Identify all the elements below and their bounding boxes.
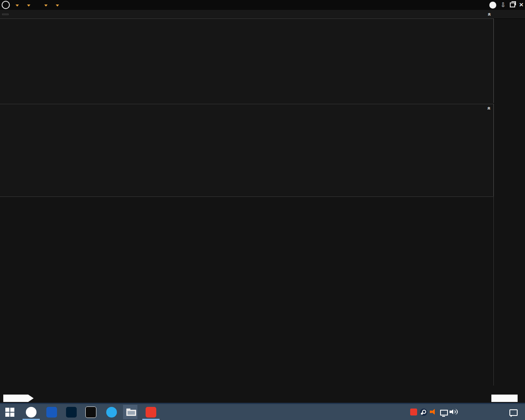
collapse-pane-icon[interactable]: «	[486, 13, 493, 16]
yandex-browser-icon[interactable]	[25, 406, 37, 418]
price-pane[interactable]	[0, 18, 494, 103]
restore-window-icon[interactable]	[510, 2, 515, 7]
app-logo-icon	[2, 1, 10, 9]
currency-icon[interactable]	[489, 2, 496, 9]
steam-icon[interactable]	[420, 409, 427, 416]
trading-app-icon[interactable]	[145, 406, 156, 418]
chevron-down-icon[interactable]	[27, 5, 30, 7]
series-tab-main[interactable]	[2, 14, 9, 15]
folder-icon	[126, 410, 136, 416]
notifications-icon[interactable]	[509, 409, 518, 416]
taskbar	[0, 404, 525, 420]
chevron-down-icon[interactable]	[44, 5, 48, 7]
network-icon[interactable]	[440, 409, 448, 415]
volume-icon[interactable]	[450, 409, 458, 415]
collapse-indicator-pane-icon[interactable]: «	[486, 107, 493, 110]
audio-device-icon[interactable]	[430, 409, 436, 415]
app-titlebar: ⇩ ×	[0, 0, 525, 10]
capcut-icon[interactable]	[85, 406, 96, 418]
word-icon[interactable]	[46, 406, 57, 418]
mangle-chart-svg	[0, 104, 493, 196]
start-button[interactable]	[4, 406, 15, 418]
chevron-down-icon[interactable]	[16, 5, 19, 7]
close-icon[interactable]: ×	[519, 1, 523, 9]
legend-row	[0, 10, 525, 19]
telegram-icon[interactable]	[106, 406, 117, 418]
time-axis[interactable]	[0, 386, 525, 395]
date-tag-right	[491, 395, 518, 402]
windows-logo-icon	[5, 408, 14, 417]
mangle-pane[interactable]: «	[0, 104, 494, 197]
download-icon[interactable]: ⇩	[500, 1, 506, 9]
price-chart-svg	[0, 19, 493, 103]
chevron-down-icon[interactable]	[56, 5, 59, 7]
date-tag-left	[3, 395, 34, 402]
desktop: ⇩ × « «	[0, 0, 525, 420]
value-axis[interactable]	[494, 18, 525, 386]
tray-trading-app-icon[interactable]	[410, 409, 417, 415]
explorer-icon[interactable]	[126, 406, 137, 418]
photoshop-icon[interactable]	[66, 406, 77, 418]
